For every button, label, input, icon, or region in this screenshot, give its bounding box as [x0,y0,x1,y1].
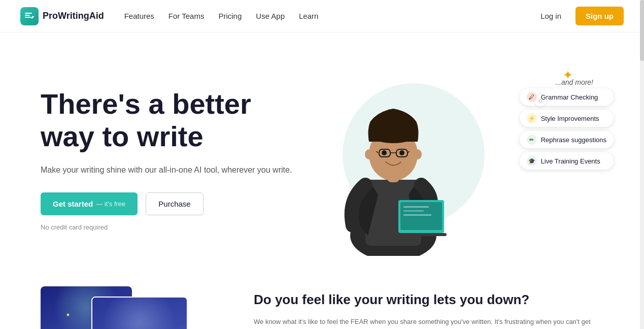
no-card-text: No credit card required [41,223,322,231]
second-section-body: We know what it's like to feel the FEAR … [254,317,603,329]
hero-title-line2: way to write [41,120,204,152]
signup-button[interactable]: Sign up [575,7,624,25]
svg-point-14 [399,150,404,155]
pill-grammar-label: Grammar Checking [541,93,598,101]
second-right: Do you feel like your writing lets you d… [254,286,603,329]
logo-icon [20,7,39,25]
img-overlay-content: My idea in my head [92,298,187,329]
pill-training-label: Live Training Events [541,157,600,165]
pill-rephrase: ✏ Rephrase suggestions [520,131,614,148]
get-started-label: Get started [53,200,93,208]
star-accent: ✦ [563,68,573,82]
svg-rect-1 [25,15,30,16]
and-more-text: ...and more! [555,78,593,86]
svg-rect-0 [25,13,32,14]
hero-left: There's a better way to write Make your … [41,88,322,231]
pill-training: 🎓 Live Training Events [520,152,614,170]
svg-rect-2 [25,17,31,18]
rephrase-icon: ✏ [527,135,537,145]
svg-point-16 [414,149,422,159]
svg-rect-22 [403,214,431,216]
svg-rect-21 [403,210,424,212]
nav-pricing[interactable]: Pricing [218,12,242,20]
second-images: My idea in my head [41,286,223,329]
hero-title: There's a better way to write [41,88,322,153]
scrollbar-track[interactable] [640,0,644,329]
hero-section: There's a better way to write Make your … [0,32,644,276]
nav-use-app[interactable]: Use App [256,12,285,20]
scrollbar-thumb[interactable] [640,0,644,61]
logo-text: ProWritingAid [43,11,104,21]
hero-buttons: Get started — it's free Purchase [41,192,322,215]
nav-learn[interactable]: Learn [299,12,318,20]
img-card-overlay: My idea in my head [91,297,188,329]
pill-rephrase-label: Rephrase suggestions [541,136,606,144]
hero-person [337,83,449,256]
training-icon: 🎓 [527,156,537,166]
person-svg [337,83,449,256]
circle-accent: ○ [533,93,548,108]
pill-style: ⚡ Style Improvements [520,110,614,127]
style-icon: ⚡ [527,113,537,123]
hero-subtitle: Make your writing shine with our all-in-… [41,163,322,177]
svg-rect-20 [403,206,429,208]
svg-point-15 [365,149,373,159]
second-section: My idea in my head Do you feel like your… [0,276,644,329]
get-started-suffix: — it's free [96,200,125,208]
navbar: ProWritingAid Features For Teams Pricing… [0,0,644,32]
login-button[interactable]: Log in [534,9,567,23]
nav-for-teams[interactable]: For Teams [168,12,205,20]
svg-point-13 [382,150,387,155]
purchase-button[interactable]: Purchase [146,192,203,215]
logo[interactable]: ProWritingAid [20,7,104,25]
get-started-button[interactable]: Get started — it's free [41,192,138,215]
hero-right: 🖊 Grammar Checking ⚡ Style Improvements … [322,63,604,256]
hero-title-line1: There's a better [41,88,251,120]
svg-rect-19 [396,233,447,236]
nav-features[interactable]: Features [124,12,154,20]
nav-actions: Log in Sign up [534,7,624,25]
second-section-title: Do you feel like your writing lets you d… [254,291,603,309]
pill-style-label: Style Improvements [541,115,599,122]
nav-links: Features For Teams Pricing Use App Learn [124,12,534,20]
